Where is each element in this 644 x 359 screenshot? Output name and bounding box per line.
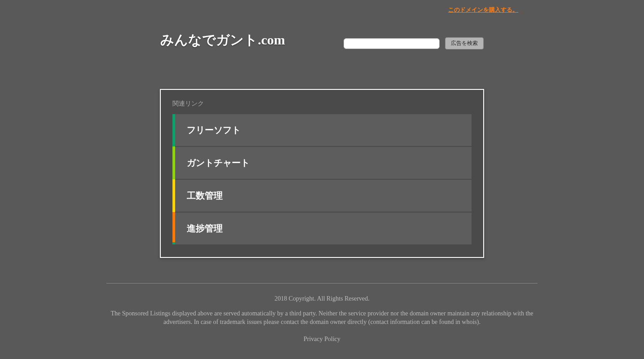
related-link-item[interactable]: 進捗管理 bbox=[175, 213, 472, 244]
buy-domain-link[interactable]: このドメインを購入する。 bbox=[448, 6, 518, 13]
disclaimer-text: The Sponsored Listings displayed above a… bbox=[106, 310, 538, 327]
related-link-item[interactable]: 工数管理 bbox=[175, 180, 472, 212]
related-links-card: 関連リンク フリーソフト ガントチャート 工数管理 進捗管理 bbox=[160, 89, 484, 258]
related-link-item[interactable]: フリーソフト bbox=[175, 114, 472, 146]
privacy-policy-link[interactable]: Privacy Policy bbox=[106, 336, 538, 343]
search-button[interactable]: 広告を検索 bbox=[445, 37, 484, 49]
related-link-item[interactable]: ガントチャート bbox=[175, 147, 472, 179]
copyright-text: 2018 Copyright. All Rights Reserved. bbox=[106, 295, 538, 302]
footer: 2018 Copyright. All Rights Reserved. The… bbox=[106, 283, 538, 343]
domain-title: みんなでガント.com bbox=[160, 31, 344, 49]
search-input[interactable] bbox=[344, 38, 440, 49]
related-links-heading: 関連リンク bbox=[172, 100, 472, 108]
